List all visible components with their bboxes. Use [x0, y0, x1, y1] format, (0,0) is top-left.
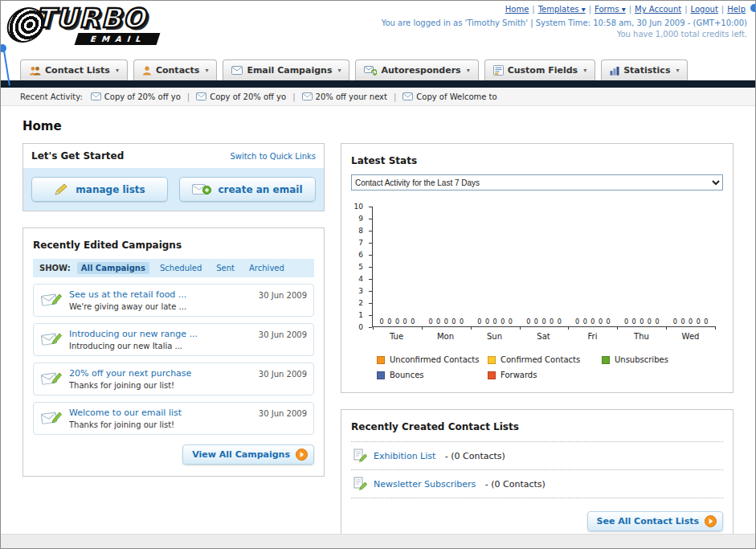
recent-activity-item[interactable]: Copy of 20% off yo: [196, 92, 286, 101]
top-nav-link-my-account[interactable]: My Account: [635, 5, 681, 14]
legend-swatch: [488, 356, 496, 364]
y-tick: [369, 207, 372, 207]
top-nav-link-help[interactable]: Help: [727, 5, 746, 14]
manage-lists-button[interactable]: manage lists: [31, 177, 168, 202]
x-tick: [373, 326, 374, 330]
campaign-title-link[interactable]: See us at the retail food ...: [69, 289, 252, 300]
chart-group: 0 0 0 0 0: [471, 207, 520, 326]
create-an-email-button[interactable]: create an email: [179, 177, 316, 202]
credits-info: You have 1,000 total credits left.: [382, 30, 747, 39]
annotation-dot: [750, 4, 756, 12]
chart-y-axis: 109876543210: [351, 207, 369, 327]
recent-activity-item[interactable]: Copy of Welcome to: [403, 92, 497, 101]
chart-group: 0 0 0 0 0: [422, 207, 471, 326]
tab-contact-lists[interactable]: Contact Lists▾: [20, 59, 128, 80]
tab-contacts[interactable]: Contacts▾: [133, 59, 217, 80]
campaign-title-link[interactable]: Welcome to our email list: [69, 408, 252, 418]
x-tick: [715, 326, 716, 330]
separator: |: [684, 5, 687, 14]
email-campaigns-icon: [231, 66, 243, 75]
tab-email-campaigns[interactable]: Email Campaigns▾: [223, 59, 349, 80]
y-tick-label: 2: [358, 299, 363, 307]
chart-group: 0 0 0 0 0: [666, 207, 715, 326]
contact-activity-chart: 109876543210 0 0 0 0 00 0 0 0 00 0 0 0 0…: [351, 207, 723, 341]
separator: |: [187, 92, 190, 101]
recent-activity-item-label: Copy of Welcome to: [416, 92, 497, 101]
contacts-icon: [142, 66, 152, 76]
campaign-filter-bar: SHOW: All CampaignsScheduledSentArchived: [33, 259, 314, 277]
top-nav: Home|Templates ▾|Forms ▾|My Account|Logo…: [382, 5, 747, 14]
y-tick-label: 4: [358, 275, 363, 283]
campaign-subtitle: We're giving away our late ...: [69, 302, 252, 311]
nav-divider-bar: [1, 80, 755, 88]
x-tick-label: Sat: [519, 332, 568, 341]
statistics-icon: [610, 66, 619, 76]
contact-list-link[interactable]: Exhibition List: [374, 451, 435, 461]
stats-title: Latest Stats: [351, 155, 417, 166]
legend-swatch: [377, 356, 385, 364]
manage-lists-label: manage lists: [76, 184, 145, 195]
x-tick: [422, 326, 423, 330]
filter-scheduled[interactable]: Scheduled: [156, 262, 206, 274]
campaign-texts: 20% off your next purchaseThanks for joi…: [69, 368, 252, 390]
chart-group: 0 0 0 0 0: [373, 207, 422, 326]
recent-activity-item[interactable]: Copy of 20% off yo: [91, 92, 181, 101]
main-content: Home Let's Get Started Switch to Quick L…: [1, 106, 755, 549]
legend-label: Bounces: [390, 371, 424, 379]
y-tick: [369, 243, 372, 244]
tab-label: Email Campaigns: [247, 65, 332, 76]
separator: |: [394, 92, 396, 101]
arrow-circle-icon: [296, 449, 308, 461]
campaign-filters: All CampaignsScheduledSentArchived: [77, 262, 288, 274]
campaign-subtitle: Introducing our new Italia ...: [69, 342, 252, 350]
top-nav-link-templates[interactable]: Templates ▾: [538, 5, 586, 14]
recent-activity-item-label: Copy of 20% off yo: [210, 92, 286, 101]
logo-primary: TURBO: [36, 2, 147, 34]
y-tick-label: 9: [358, 215, 363, 223]
contact-lists-icon: [29, 66, 41, 76]
contact-lists-panel: Recently Created Contact Lists Exhibitio…: [341, 409, 734, 543]
app-window: TURBO EMAIL Home|Templates ▾|Forms ▾|My …: [0, 0, 756, 549]
chart-x-axis: TueMonSunSatFriThuWed: [372, 332, 715, 341]
filter-sent[interactable]: Sent: [212, 262, 239, 274]
campaign-list: See us at the retail food ...We're givin…: [33, 284, 314, 435]
x-tick-label: Wed: [666, 332, 715, 341]
tab-autoresponders[interactable]: Autoresponders▾: [355, 59, 478, 80]
x-tick: [471, 326, 472, 330]
y-tick: [369, 303, 372, 304]
campaign-subtitle: Thanks for joining our list!: [69, 420, 252, 429]
chevron-down-icon: ▾: [676, 67, 679, 74]
recent-activity-item[interactable]: 20% off your next: [302, 92, 387, 101]
get-started-panel: Let's Get Started Switch to Quick Links …: [22, 143, 325, 211]
view-all-campaigns-label: View All Campaigns: [192, 449, 290, 460]
separator: |: [292, 92, 295, 101]
view-all-campaigns-button[interactable]: View All Campaigns: [182, 445, 314, 465]
recent-activity-item-label: Copy of 20% off yo: [104, 92, 181, 101]
contact-list-item: Exhibition List - (0 Contacts): [351, 442, 723, 470]
chevron-down-icon: ▾: [467, 67, 470, 74]
tab-custom-fields[interactable]: Custom Fields▾: [484, 59, 596, 80]
x-tick: [520, 326, 521, 330]
legend-item: Forwards: [488, 371, 602, 379]
top-nav-link-forms[interactable]: Forms ▾: [595, 5, 626, 14]
campaign-title-link[interactable]: 20% off your next purchase: [69, 368, 252, 379]
switch-to-quick-links-link[interactable]: Switch to Quick Links: [230, 152, 316, 161]
chart-plot-area: 0 0 0 0 00 0 0 0 00 0 0 0 00 0 0 0 00 0 …: [372, 207, 715, 327]
campaign-title-link[interactable]: Introducing our new range ...: [69, 329, 252, 339]
campaign-date: 30 Jun 2009: [259, 291, 307, 300]
filter-all-campaigns[interactable]: All Campaigns: [77, 262, 149, 274]
stats-period-select[interactable]: Contact Activity for the Last 7 Days: [351, 174, 723, 191]
contact-list-link[interactable]: Newsletter Subscribers: [374, 479, 476, 490]
campaign-date: 30 Jun 2009: [259, 330, 307, 339]
filter-archived[interactable]: Archived: [245, 262, 288, 274]
top-nav-link-home[interactable]: Home: [505, 5, 529, 14]
see-all-contact-lists-button[interactable]: See All Contact Lists: [587, 511, 723, 531]
tab-statistics[interactable]: Statistics▾: [601, 59, 688, 80]
x-tick-label: Fri: [568, 332, 617, 341]
chart-values: 0 0 0 0 0: [673, 318, 709, 326]
contact-list-item: Newsletter Subscribers - (0 Contacts): [351, 470, 723, 498]
logo-secondary: EMAIL: [75, 33, 160, 45]
pencil-icon: [54, 183, 69, 195]
top-nav-link-logout[interactable]: Logout: [691, 5, 718, 14]
legend-swatch: [488, 371, 496, 379]
